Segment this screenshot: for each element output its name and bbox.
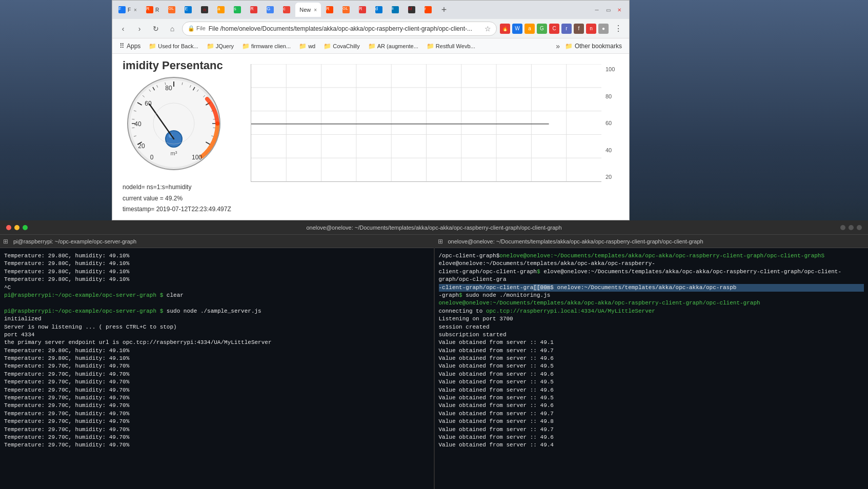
ext-icon-3[interactable]: a [524,24,535,34]
tab-c[interactable]: c [279,3,294,17]
tab-edge[interactable]: E [180,3,196,17]
right-line-23: Value obtained from server :: 49.4 [439,441,864,449]
menu-button[interactable]: ⋮ [612,22,625,35]
bookmark-restfull[interactable]: 📁 Restfull Wevb... [423,42,478,51]
maximize-button[interactable]: ▭ [604,6,612,13]
address-bar: ‹ › ↻ ⌂ 🔒 File File /home/onelove/Docume… [112,19,629,38]
bookmarks-more-button[interactable]: » [556,42,560,50]
ext-icon-6[interactable]: r [561,24,572,34]
terminal-dot-2[interactable] [14,225,19,230]
ext-icon-9[interactable]: ● [598,24,609,34]
tab-icon-reddit4: R [359,6,366,13]
tab-reddit1[interactable]: R R [142,3,163,17]
tab-d[interactable]: d [371,3,387,17]
right-line-8: session created [439,323,864,331]
tab-a[interactable]: a [213,3,229,17]
y-label-60: 60 [605,120,622,126]
tab-n[interactable]: n [197,3,212,17]
bookmark-label-1: Used for Back... [158,43,198,49]
tab-s[interactable]: s [230,3,245,17]
right-pane-grid-icon: ⊞ [438,238,443,245]
back-button[interactable]: ‹ [116,22,130,35]
tab-bar: F F × R R GL E n a s R G c [112,1,629,19]
right-terminal-tab: ⊞ onelove@onelove: ~/Documents/templates… [435,235,869,248]
tab-icon-google: G [267,6,274,13]
left-line-16: Temperature: 29.70C, humidity: 49.70% [4,371,430,378]
right-line-6: connecting to opc.tcp://raspberrypi.loca… [439,308,864,315]
tab-gitlab2[interactable]: GL [338,3,354,17]
right-line-9: subscription started [439,331,864,339]
tab-icon-a: a [217,6,225,13]
terminal-dot-1[interactable] [6,225,11,230]
left-line-15: Temperature: 29.70C, humidity: 49.70% [4,362,430,370]
right-line-2: client-graph/opc-client-graph$ elove@one… [439,268,864,284]
bookmark-covachilly[interactable]: 📁 CovaChilly [320,42,363,51]
bookmark-star[interactable]: ☆ [485,25,491,33]
right-line-16: Value obtained from server :: 49.6 [439,386,864,394]
y-label-80: 80 [605,93,622,99]
forward-button[interactable]: › [133,22,146,35]
y-label-100: 100 [605,66,622,72]
ext-icon-4[interactable]: G [537,24,547,34]
tab-reddit3[interactable]: R [322,3,337,17]
left-pane-grid-icon: ⊞ [3,238,8,245]
close-button[interactable]: ✕ [616,6,623,13]
tab-icon-li: li [392,6,399,13]
bookmark-label-5: CovaChilly [333,43,360,49]
other-bookmarks-icon: 📁 [565,43,573,50]
tab-r5[interactable]: r [420,3,436,17]
tab-close-new[interactable]: × [314,7,317,13]
minimize-button[interactable]: ─ [593,6,600,13]
left-line-13: Temperature: 29.80C, humidity: 49.10% [4,347,430,355]
apps-grid-icon: ⠿ [119,42,125,50]
reload-button[interactable]: ↻ [149,22,163,35]
bookmark-firmware[interactable]: 📁 firmware clien... [239,42,294,51]
y-label-20: 20 [605,174,622,180]
new-tab-button[interactable]: + [437,3,451,17]
dashboard: imidity Persentanc [112,54,629,220]
tab-icon-gitlab1: GL [168,6,175,13]
right-terminal-panel[interactable]: /opc-client-graph$onelove@onelove:~/Docu… [435,248,869,489]
tab-icon-edge: E [185,6,192,13]
left-line-18: Temperature: 29.70C, humidity: 49.70% [4,386,430,394]
tab-google[interactable]: G [263,3,278,17]
tab-gitlab1[interactable]: GL [164,3,179,17]
ext-icon-8[interactable]: n [586,24,596,34]
tab-new[interactable]: New × [295,3,321,17]
ext-icon-7[interactable]: f [574,24,584,34]
url-box[interactable]: 🔒 File File /home/onelove/Documents/temp… [182,22,497,36]
ext-icon-5[interactable]: C [549,24,559,34]
left-line-12: the primary server endpoint url is opc.t… [4,339,430,347]
left-line-25: Temperature: 29.70C, humidity: 49.70% [4,441,430,449]
ext-icon-2[interactable]: W [512,24,522,34]
right-line-18: Value obtained from server :: 49.6 [439,402,864,410]
right-line-4: -graph$ sudo node ./monitoring.js [439,292,864,299]
left-terminal-panel[interactable]: Temperature: 29.80C, humidity: 49.10% Te… [0,248,434,489]
bookmark-jquery[interactable]: 📁 JQuery [204,42,237,51]
left-line-4: Temperature: 29.80C, humidity: 49.10% [4,276,430,283]
tab-li[interactable]: li [388,3,403,17]
left-line-8: pi@raspberrypi:~/opc-example/opc-server-… [4,308,430,315]
tab-reddit4[interactable]: R [355,3,370,17]
tab-reddit2[interactable]: R [246,3,261,17]
folder-icon-1: 📁 [149,43,156,50]
left-terminal-container: ⊞ pi@raspberrypi: ~/opc-example/opc-serv… [0,235,435,489]
left-line-14: Temperature: 29.80C, humidity: 49.10% [4,355,430,362]
tab-close-facebook[interactable]: × [134,7,137,13]
other-bookmarks[interactable]: 📁 Other bookmarks [562,42,625,51]
right-line-7: Listening on port 3700 [439,315,864,323]
bookmarks-bar: ⠿ Apps 📁 Used for Back... 📁 JQuery 📁 fir… [112,38,629,54]
bookmarks-apps[interactable]: ⠿ Apps [116,41,144,51]
bookmark-ar[interactable]: 📁 AR (augmente... [365,42,421,51]
terminal-dot-3[interactable] [23,225,28,230]
tab-m[interactable]: M [404,3,419,17]
right-line-1: /opc-client-graph$onelove@onelove:~/Docu… [439,252,864,268]
left-terminal-tab: ⊞ pi@raspberrypi: ~/opc-example/opc-serv… [0,235,434,248]
tab-facebook[interactable]: F F × [114,3,141,17]
bookmark-used-for-back[interactable]: 📁 Used for Back... [146,42,201,51]
tab-icon-reddit3: R [326,6,333,13]
tab-icon-r5: r [425,6,432,13]
home-button[interactable]: ⌂ [166,22,179,35]
bookmark-wd[interactable]: 📁 wd [296,42,318,51]
ext-icon-1[interactable]: 🔥 [500,24,510,34]
